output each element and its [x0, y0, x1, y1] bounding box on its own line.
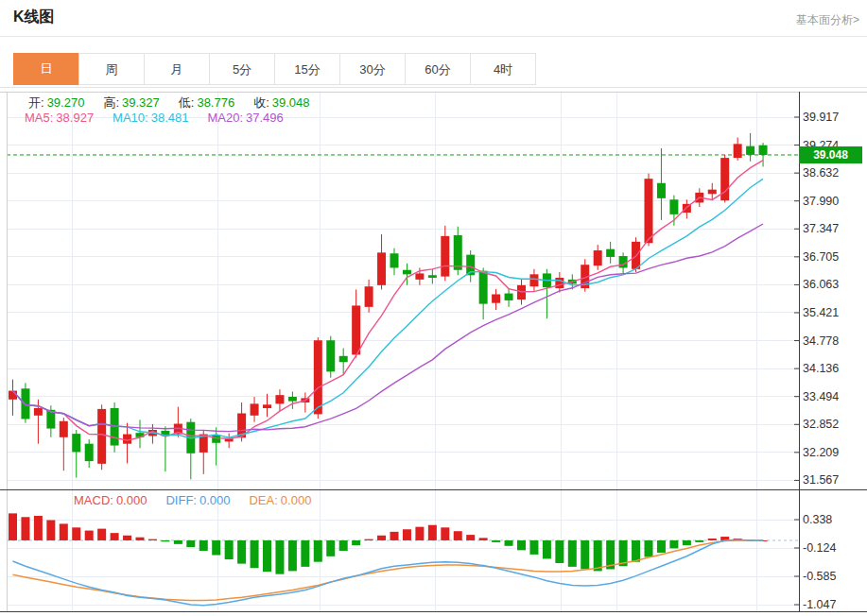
axis-label: 32.852	[803, 418, 839, 431]
kline-chart-canvas: 39.91739.27438.63237.99037.34736.70536.0…	[0, 92, 867, 612]
chart-area: 39.91739.27438.63237.99037.34736.70536.0…	[0, 92, 867, 612]
legend-label: MACD:	[74, 493, 113, 507]
legend-value: 38.481	[151, 111, 189, 125]
macd-bar	[466, 535, 475, 540]
macd-bar	[555, 540, 564, 563]
macd-bar	[695, 540, 703, 542]
legend-label: MA10:	[113, 111, 148, 125]
axis-label: 37.347	[803, 222, 839, 235]
macd-bar	[46, 521, 55, 540]
candle	[352, 305, 360, 354]
legend-value: 0.000	[281, 493, 312, 507]
macd-bar	[148, 539, 157, 540]
ma-legend: MA5:38.927MA10:38.481MA20:37.496	[25, 111, 303, 125]
legend-label: 低:	[179, 95, 195, 110]
legend-item: 低:38.776	[179, 95, 234, 110]
candle	[326, 340, 335, 371]
macd-bar	[479, 538, 488, 540]
interval-tabstrip: 日周月5分15分30分60分4时	[0, 53, 867, 88]
macd-bar	[505, 540, 513, 546]
macd-bar	[543, 540, 551, 558]
legend-item: DIFF:0.000	[165, 493, 230, 507]
macd-bar	[237, 540, 246, 564]
macd-bar	[352, 540, 360, 545]
macd-bar	[492, 540, 500, 542]
legend-value: 38.927	[56, 111, 94, 125]
legend-label: 高:	[103, 95, 119, 110]
macd-bar	[225, 540, 234, 559]
macd-bar	[85, 531, 94, 540]
fundamental-analysis-link[interactable]: 基本面分析>	[796, 12, 859, 28]
tab-day[interactable]: 日	[13, 53, 79, 85]
tab-month[interactable]: 月	[144, 53, 210, 85]
macd-bar	[314, 540, 322, 562]
legend-value: 39.048	[272, 95, 310, 110]
interval-tabs: 日周月5分15分30分60分4时	[13, 53, 867, 85]
candle	[606, 249, 615, 257]
macd-histogram	[9, 513, 768, 573]
axis-label: 36.705	[803, 250, 839, 264]
macd-bar	[669, 540, 678, 548]
axis-label: 36.063	[803, 278, 839, 291]
ohlc-legend: 开:39.270高:39.327低:38.776收:39.048	[28, 94, 329, 111]
candle	[21, 388, 29, 419]
axis-label: 35.421	[803, 306, 839, 319]
macd-bar	[428, 525, 437, 540]
axis-label: 34.136	[803, 362, 839, 375]
candle	[251, 403, 259, 415]
axis-label: -1.047	[803, 598, 836, 611]
candle	[529, 274, 538, 286]
legend-value: 39.327	[122, 95, 160, 110]
price-axis: 39.91739.27438.63237.99037.34736.70536.0…	[794, 111, 839, 611]
candle	[123, 435, 131, 444]
candle	[60, 421, 68, 437]
macd-bar	[377, 536, 386, 540]
macd-bar	[326, 540, 335, 556]
legend-item: DEA:0.000	[249, 493, 311, 507]
candle	[275, 395, 284, 403]
candle	[72, 434, 80, 452]
macd-bar	[632, 540, 640, 562]
axis-label: 39.917	[803, 111, 839, 124]
candle	[759, 145, 768, 155]
candle	[365, 286, 373, 307]
candle	[9, 391, 17, 400]
tab-5min[interactable]: 5分	[209, 53, 275, 85]
macd-bar	[339, 540, 348, 551]
candle	[428, 275, 437, 278]
macd-bar	[72, 527, 80, 540]
legend-item: 开:39.270	[28, 95, 84, 110]
tab-60min[interactable]: 60分	[405, 53, 471, 85]
tab-30min[interactable]: 30分	[339, 53, 406, 85]
tab-15min[interactable]: 15分	[274, 53, 340, 85]
macd-bar	[263, 540, 271, 572]
tab-4hour[interactable]: 4时	[470, 53, 536, 85]
macd-bar	[441, 527, 449, 540]
legend-label: MA5:	[25, 111, 53, 125]
macd-bar	[275, 540, 284, 574]
macd-bar	[581, 540, 589, 570]
header-divider	[0, 36, 867, 37]
macd-legend: MACD:0.000DIFF:0.000DEA:0.000	[74, 493, 330, 507]
macd-bar	[199, 540, 208, 551]
legend-item: MA10:38.481	[113, 111, 188, 125]
macd-bar	[60, 523, 68, 540]
candle	[492, 294, 500, 302]
legend-item: 高:39.327	[103, 95, 159, 110]
candle	[454, 235, 462, 270]
legend-item: MA20:37.496	[207, 111, 283, 125]
macd-bar	[34, 516, 43, 540]
macd-bar	[403, 529, 411, 540]
tab-week[interactable]: 周	[78, 53, 145, 85]
axis-label: 0.338	[803, 513, 832, 526]
macd-bar	[517, 540, 526, 550]
candle	[619, 256, 628, 267]
legend-value: 39.270	[47, 95, 85, 110]
candle	[594, 250, 602, 265]
macd-bar	[9, 513, 17, 540]
legend-item: 收:39.048	[253, 95, 309, 110]
macd-bar	[136, 538, 145, 540]
macd-bar	[212, 540, 220, 556]
candle	[314, 340, 322, 414]
axis-label: -0.585	[803, 570, 836, 583]
